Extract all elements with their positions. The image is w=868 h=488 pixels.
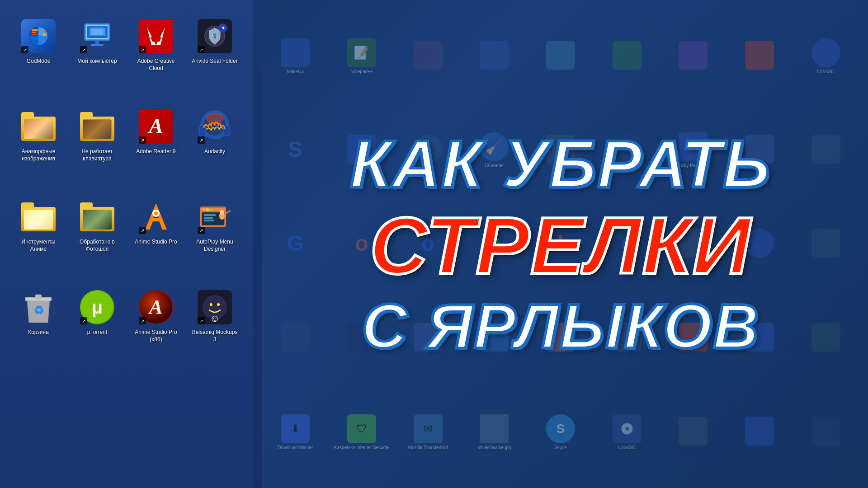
shortcut-arrow-computer: ↗ bbox=[80, 46, 87, 53]
overlay-line-3: С ЯРЛЫКОВ bbox=[362, 293, 760, 359]
folder-anime-tools-label: Инструменты Аниме bbox=[14, 239, 63, 253]
overlay-text-container: КАК УБРАТЬ СТРЕЛКИ С ЯРЛЫКОВ bbox=[253, 0, 868, 488]
adobe-reader-label: Adobe Reader 9 bbox=[136, 148, 175, 155]
desktop-icon-anvide[interactable]: ✦ ↗ Anvide Seal Folder bbox=[185, 14, 244, 104]
svg-rect-33 bbox=[204, 217, 213, 219]
svg-rect-2 bbox=[32, 32, 36, 33]
desktop-icon-balsamiq[interactable]: ☺ ↗ Balsamiq Mockups 3 bbox=[185, 285, 244, 375]
svg-point-5 bbox=[43, 33, 46, 36]
svg-rect-21 bbox=[199, 126, 206, 136]
anvide-label: Anvide Seal Folder bbox=[192, 58, 237, 65]
my-computer-label: Мой компьютер bbox=[77, 58, 117, 65]
svg-point-28 bbox=[203, 208, 205, 211]
folder-photoshop-label: Обработано в Фотошоп bbox=[72, 239, 122, 253]
shortcut-arrow-autoplay: ↗ bbox=[198, 227, 205, 234]
utorrent-label: µTorrent bbox=[87, 329, 107, 336]
desktop-icon-adobe-cc[interactable]: ↗ Adobe Creative Cloud bbox=[127, 14, 185, 104]
svg-rect-39 bbox=[35, 295, 42, 298]
autoplay-label: AutoPlay Menu Designer bbox=[190, 239, 240, 253]
adobe-cc-icon bbox=[142, 23, 170, 50]
shortcut-arrow-utorrent: ↗ bbox=[80, 317, 87, 324]
folder-anamorfnye-label: Анаморфные изображения bbox=[14, 148, 63, 162]
svg-text:A: A bbox=[148, 296, 162, 318]
audacity-label: Audacity bbox=[204, 148, 225, 155]
svg-rect-1 bbox=[32, 29, 38, 31]
svg-text:✦: ✦ bbox=[221, 25, 225, 31]
svg-point-25 bbox=[154, 211, 158, 215]
anvide-icon: ✦ bbox=[201, 23, 228, 50]
desktop-icon-godmode[interactable]: ↗ GodMode bbox=[9, 14, 68, 104]
svg-rect-10 bbox=[91, 29, 104, 35]
shortcut-arrow-audacity: ↗ bbox=[198, 136, 205, 144]
svg-rect-13 bbox=[91, 44, 104, 46]
overlay-line-1: КАК УБРАТЬ bbox=[350, 129, 771, 199]
balsamiq-label: Balsamiq Mockups 3 bbox=[190, 329, 240, 343]
svg-point-29 bbox=[206, 208, 209, 211]
desktop-icon-folder-klaviatura[interactable]: Не работает клавиатура bbox=[68, 104, 127, 194]
recycle-bin-icon: ♻ bbox=[23, 290, 54, 324]
adobe-cc-label: Adobe Creative Cloud bbox=[131, 58, 181, 72]
desktop-left-panel: ↗ GodMode bbox=[0, 0, 262, 488]
svg-text:μ: μ bbox=[92, 297, 103, 317]
godmode-label: GodMode bbox=[27, 58, 51, 65]
svg-point-36 bbox=[220, 210, 224, 215]
desktop-icon-folder-photoshop[interactable]: Обработано в Фотошоп bbox=[68, 194, 127, 285]
desktop-icon-autoplay[interactable]: ↗ AutoPlay Menu Designer bbox=[185, 194, 244, 285]
svg-rect-12 bbox=[95, 41, 99, 44]
svg-text:☺: ☺ bbox=[210, 313, 220, 324]
desktop-icon-utorrent[interactable]: μ ↗ µTorrent bbox=[68, 285, 127, 375]
icons-grid: ↗ GodMode bbox=[5, 9, 258, 470]
svg-point-30 bbox=[210, 208, 212, 211]
shortcut-arrow-anvide: ↗ bbox=[198, 46, 205, 53]
desktop-icon-recycle[interactable]: ♻ Корзина bbox=[9, 285, 68, 375]
svg-rect-11 bbox=[89, 36, 105, 37]
shortcut-arrow-balsamiq: ↗ bbox=[198, 317, 205, 324]
desktop-icon-folder-anamorfnye[interactable]: Анаморфные изображения bbox=[9, 104, 68, 194]
svg-point-4 bbox=[43, 30, 46, 33]
svg-text:A: A bbox=[148, 114, 163, 137]
desktop-icon-adobe-reader[interactable]: A ↗ Adobe Reader 9 bbox=[127, 104, 185, 194]
svg-rect-32 bbox=[204, 214, 216, 216]
folder-klaviatura-label: Не работает клавиатура bbox=[72, 148, 122, 162]
svg-rect-16 bbox=[213, 35, 216, 39]
desktop-icon-anime-studio-pro[interactable]: ↗ Anime Studio Pro bbox=[127, 194, 185, 285]
desktop-icon-folder-anime-tools[interactable]: Инструменты Аниме bbox=[9, 194, 68, 285]
svg-point-47 bbox=[210, 303, 212, 306]
shortcut-arrow-adobe-reader: ↗ bbox=[139, 136, 146, 144]
anime-studio-x86-label: Anime Studio Pro (x86) bbox=[131, 329, 181, 343]
svg-rect-34 bbox=[204, 220, 214, 221]
anime-studio-pro-label: Anime Studio Pro bbox=[135, 239, 177, 246]
recycle-label: Корзина bbox=[28, 329, 49, 336]
svg-rect-3 bbox=[32, 34, 37, 35]
desktop-icon-audacity[interactable]: ↗ Audacity bbox=[185, 104, 244, 194]
adobe-reader-icon: A bbox=[142, 113, 170, 140]
shortcut-arrow-godmode: ↗ bbox=[21, 46, 28, 53]
shortcut-arrow-anime-studio-x86: ↗ bbox=[139, 317, 146, 324]
shortcut-arrow-adobe-cc: ↗ bbox=[139, 46, 146, 53]
svg-point-23 bbox=[206, 113, 224, 124]
svg-text:♻: ♻ bbox=[33, 304, 44, 317]
svg-point-48 bbox=[217, 303, 220, 306]
shortcut-arrow-anime-studio-pro: ↗ bbox=[139, 227, 146, 234]
godmode-icon bbox=[27, 25, 50, 47]
desktop-icon-my-computer[interactable]: ↗ Мой компьютер bbox=[68, 14, 127, 104]
desktop-icon-anime-studio-x86[interactable]: A ↗ Anime Studio Pro (x86) bbox=[127, 285, 185, 375]
overlay-line-2: СТРЕЛКИ bbox=[370, 204, 751, 288]
